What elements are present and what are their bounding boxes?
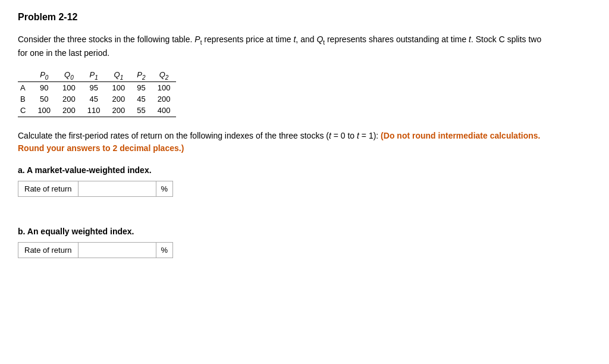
col-header-p1: P1 (81, 69, 106, 82)
cell-a-q0: 100 (56, 82, 81, 94)
cell-a-q1: 100 (106, 82, 131, 94)
stock-label-a: A (18, 82, 32, 94)
intro-text: Consider the three stocks in the followi… (18, 33, 553, 59)
cell-a-p1: 95 (81, 82, 106, 94)
section-b-input-row: Rate of return % (18, 242, 173, 258)
col-header-p0: P0 (32, 69, 56, 82)
table-row: C 100 200 110 200 55 400 (18, 105, 176, 117)
cell-a-p0: 90 (32, 82, 56, 94)
rate-of-return-input-a[interactable] (79, 181, 156, 196)
table-row: A 90 100 95 100 95 100 (18, 82, 176, 94)
section-a-input-row: Rate of return % (18, 181, 173, 197)
cell-c-p1: 110 (81, 105, 106, 117)
cell-c-p2: 55 (131, 105, 151, 117)
rate-of-return-input-b[interactable] (79, 243, 156, 258)
rate-of-return-label-b: Rate of return (18, 243, 79, 258)
cell-c-q0: 200 (56, 105, 81, 117)
table-row: B 50 200 45 200 45 200 (18, 93, 176, 105)
cell-b-p2: 45 (131, 93, 151, 105)
section-b-label: b. An equally weighted index. (18, 227, 591, 236)
cell-c-q1: 200 (106, 105, 131, 117)
cell-c-q2: 400 (152, 105, 177, 117)
col-header-q2: Q2 (152, 69, 177, 82)
col-header-p2: P2 (131, 69, 151, 82)
col-header-q1: Q1 (106, 69, 131, 82)
cell-b-p0: 50 (32, 93, 56, 105)
stock-data-table: P0 Q0 P1 Q1 P2 Q2 A 90 100 95 100 95 100… (18, 69, 176, 118)
stock-label-b: B (18, 93, 32, 105)
bold-instruction: (Do not round intermediate calculations.… (18, 131, 540, 153)
cell-b-q1: 200 (106, 93, 131, 105)
col-header-q0: Q0 (56, 69, 81, 82)
cell-a-q2: 100 (152, 82, 177, 94)
cell-c-p0: 100 (32, 105, 56, 117)
problem-title: Problem 2-12 (18, 12, 591, 23)
cell-b-p1: 45 (81, 93, 106, 105)
section-b: b. An equally weighted index. Rate of re… (18, 227, 591, 270)
cell-a-p2: 95 (131, 82, 151, 94)
section-a: a. A market-value-weighted index. Rate o… (18, 165, 591, 209)
stock-table-container: P0 Q0 P1 Q1 P2 Q2 A 90 100 95 100 95 100… (18, 69, 176, 118)
stock-label-c: C (18, 105, 32, 117)
rate-of-return-label-a: Rate of return (18, 181, 79, 196)
cell-b-q2: 200 (152, 93, 177, 105)
section-a-label: a. A market-value-weighted index. (18, 165, 591, 175)
percent-label-b: % (156, 243, 173, 258)
cell-b-q0: 200 (56, 93, 81, 105)
percent-label-a: % (156, 181, 173, 196)
instructions-text: Calculate the first-period rates of retu… (18, 130, 553, 155)
